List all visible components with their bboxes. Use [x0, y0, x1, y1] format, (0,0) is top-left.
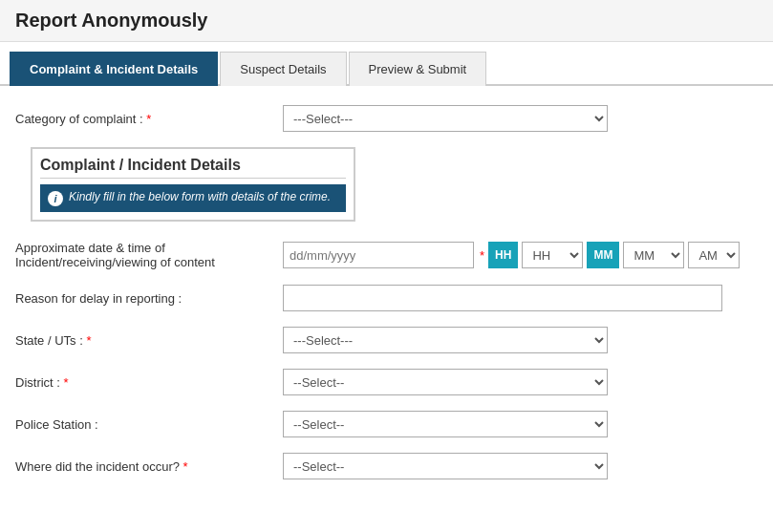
police-select[interactable]: --Select--: [283, 411, 608, 437]
minute-select[interactable]: MM: [623, 242, 684, 268]
district-select[interactable]: --Select--: [283, 369, 608, 395]
tab-complaint[interactable]: Complaint & Incident Details: [10, 52, 218, 86]
info-icon: i: [48, 191, 63, 206]
state-label: State / UTs : *: [15, 333, 283, 348]
infobox-body: i Kindly fill in the below form with det…: [40, 184, 346, 212]
date-input[interactable]: [283, 242, 474, 268]
police-label: Police Station :: [15, 417, 283, 432]
state-row: State / UTs : * ---Select---: [15, 327, 758, 353]
incident-required: *: [183, 459, 188, 474]
category-required: *: [146, 112, 151, 126]
category-select[interactable]: ---Select---: [283, 105, 608, 132]
tab-suspect[interactable]: Suspect Details: [220, 52, 346, 86]
datetime-row: Approximate date & time ofIncident/recei…: [15, 241, 758, 269]
district-required: *: [64, 375, 69, 390]
datetime-controls: * HH HH MM MM AM PM: [283, 242, 740, 268]
police-row: Police Station : --Select--: [15, 411, 758, 437]
state-required: *: [86, 333, 91, 348]
infobox-text: Kindly fill in the below form with detai…: [69, 190, 331, 203]
state-select[interactable]: ---Select---: [283, 327, 608, 353]
infobox-title: Complaint / Incident Details: [40, 157, 346, 179]
date-required: *: [480, 248, 484, 263]
incident-label: Where did the incident occur? *: [15, 459, 283, 474]
hour-select[interactable]: HH: [522, 242, 583, 268]
tab-preview[interactable]: Preview & Submit: [349, 52, 487, 86]
datetime-label: Approximate date & time ofIncident/recei…: [15, 241, 283, 269]
district-label: District : *: [15, 375, 283, 390]
reason-input[interactable]: [283, 285, 722, 311]
category-row: Category of complaint : * ---Select---: [15, 105, 758, 132]
category-label: Category of complaint : *: [15, 112, 283, 126]
mm-label-box: MM: [587, 242, 619, 268]
infobox: Complaint / Incident Details i Kindly fi…: [31, 147, 355, 222]
page-title: Report Anonymously: [15, 10, 758, 32]
page-header: Report Anonymously: [0, 0, 773, 42]
incident-select[interactable]: --Select--: [283, 453, 608, 479]
district-row: District : * --Select--: [15, 369, 758, 395]
form-area: Category of complaint : * ---Select--- C…: [0, 86, 773, 514]
hh-label-box: HH: [488, 242, 518, 268]
incident-row: Where did the incident occur? * --Select…: [15, 453, 758, 479]
ampm-select[interactable]: AM PM: [688, 242, 740, 268]
tabs-container: Complaint & Incident Details Suspect Det…: [0, 50, 773, 86]
reason-row: Reason for delay in reporting :: [15, 285, 758, 311]
reason-label: Reason for delay in reporting :: [15, 291, 283, 306]
